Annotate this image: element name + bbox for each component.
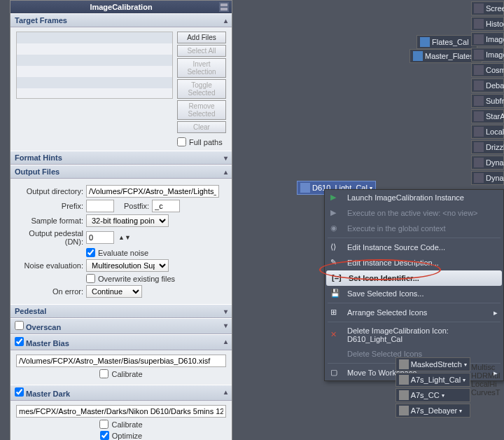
- process-list-item[interactable]: LocalHi: [471, 380, 504, 388]
- grid-icon: ⊞: [330, 308, 340, 317]
- id-icon: [=]: [332, 273, 342, 283]
- play-icon: ▶: [330, 193, 340, 202]
- prefix-input[interactable]: [86, 200, 114, 212]
- menu-item[interactable]: 💾Save Selected Icons...: [325, 286, 503, 301]
- ws-icon: ▢: [330, 368, 340, 378]
- sample-format-select[interactable]: 32-bit floating point: [86, 214, 169, 227]
- master-bias-checkbox[interactable]: [15, 337, 24, 346]
- process-list-item[interactable]: ImageInt: [471, 48, 504, 62]
- section-master-dark[interactable]: Master Dark▴: [10, 385, 232, 401]
- context-menu: ▶Launch ImageCalibration Instance▶Execut…: [324, 189, 504, 381]
- process-icon-item[interactable]: A7s_Debayer▾: [396, 404, 470, 418]
- bias-calibrate-checkbox[interactable]: [99, 369, 108, 378]
- process-icon-item[interactable]: A7s_Light_Cal▾: [396, 373, 470, 387]
- add-files-button[interactable]: Add Files: [177, 32, 226, 43]
- svg-rect-1: [220, 8, 227, 11]
- process-icon: [474, 4, 484, 13]
- exec-icon: ▶: [330, 208, 340, 218]
- process-icon: [474, 173, 484, 183]
- process-list-item[interactable]: StarAlign: [471, 109, 504, 123]
- output-directory-input[interactable]: [86, 185, 219, 198]
- process-list-item[interactable]: Multisc: [471, 363, 504, 371]
- process-icon-item[interactable]: A7s_CC▾: [396, 388, 470, 402]
- process-icon: [474, 127, 484, 137]
- overscan-checkbox[interactable]: [15, 321, 24, 330]
- process-list-item[interactable]: Dynami: [471, 171, 504, 185]
- section-output-files[interactable]: Output Files▴: [10, 165, 232, 179]
- postfix-input[interactable]: [152, 200, 180, 212]
- svg-rect-0: [220, 4, 227, 6]
- menu-item[interactable]: ⟨⟩Edit Instance Source Code...: [325, 240, 503, 255]
- menu-item[interactable]: ▶Launch ImageCalibration Instance: [325, 190, 503, 205]
- section-target-frames[interactable]: Target Frames▴: [10, 13, 232, 27]
- process-icon: [474, 50, 484, 60]
- remove-selected-button[interactable]: Remove Selected: [177, 100, 226, 120]
- process-icon: [474, 81, 484, 90]
- toggle-selected-button[interactable]: Toggle Selected: [177, 79, 226, 99]
- master-dark-path[interactable]: [16, 405, 226, 418]
- process-icon: [474, 142, 484, 152]
- process-list-item[interactable]: Debayer: [471, 78, 504, 92]
- process-explorer-column: ScreenTrHistograImageCaImageIntCosmetDeb…: [471, 0, 504, 186]
- menu-item[interactable]: ✕Delete ImageCalibration Icon: D610_Ligh…: [325, 324, 503, 346]
- menu-item: ▶Execute on the active view: <no view>: [325, 205, 503, 221]
- process-list-item[interactable]: ScreenTr: [471, 1, 504, 15]
- process-icon-item[interactable]: MaskedStretch▾: [396, 357, 470, 371]
- menu-item: ◉Execute in the global context: [325, 221, 503, 236]
- process-icon: [474, 65, 484, 75]
- process-icon: [474, 158, 484, 167]
- blank-icon: [330, 349, 340, 359]
- section-pedestal[interactable]: Pedestal▾: [10, 304, 232, 318]
- overwrite-checkbox[interactable]: [86, 274, 95, 283]
- desc-icon: ✎: [330, 258, 340, 268]
- process-icon: [474, 19, 484, 29]
- process-list-item[interactable]: DrizzleI: [471, 140, 504, 154]
- process-list-item[interactable]: Cosmet: [471, 63, 504, 77]
- menu-item[interactable]: ✎Edit Instance Description...: [325, 255, 503, 270]
- dark-calibrate-checkbox[interactable]: [99, 420, 108, 429]
- image-calibration-dialog: ImageCalibration Target Frames▴ Add File…: [10, 0, 232, 440]
- menu-item[interactable]: ⊞Arrange Selected Icons: [325, 305, 503, 320]
- menu-item[interactable]: [=]Set Icon Identifier...: [326, 270, 502, 286]
- titlebar[interactable]: ImageCalibration: [10, 1, 232, 13]
- target-frames-list[interactable]: [16, 32, 173, 99]
- process-list-item[interactable]: ImageCa: [471, 32, 504, 46]
- output-pedestal-input[interactable]: [86, 231, 114, 244]
- master-dark-checkbox[interactable]: [15, 387, 24, 397]
- process-icon: [474, 111, 484, 121]
- process-list-item[interactable]: Histogra: [471, 17, 504, 31]
- collapse-icon: ▴: [224, 17, 227, 25]
- on-error-select[interactable]: Continue: [86, 285, 142, 298]
- section-format-hints[interactable]: Format Hints▾: [10, 151, 232, 165]
- process-icon-glyph: [300, 183, 310, 193]
- master-bias-path[interactable]: [16, 355, 226, 367]
- evaluate-noise-checkbox[interactable]: [86, 248, 95, 257]
- invert-selection-button[interactable]: Invert Selection: [177, 58, 226, 78]
- noise-evaluation-select[interactable]: Multiresolution Support: [86, 259, 169, 272]
- process-list-item[interactable]: LocalNor: [471, 125, 504, 139]
- dark-optimize-checkbox[interactable]: [100, 431, 109, 440]
- full-paths-checkbox[interactable]: [177, 137, 186, 146]
- select-all-button[interactable]: Select All: [177, 45, 226, 57]
- titlebar-shade-icon[interactable]: [219, 2, 229, 12]
- section-master-bias[interactable]: Master Bias▴: [10, 334, 232, 350]
- process-icon-flates-cal[interactable]: Flates_Cal▾: [416, 35, 477, 49]
- x-icon: ✕: [330, 330, 340, 340]
- process-list-item[interactable]: Subfram: [471, 94, 504, 108]
- window-title: ImageCalibration: [90, 3, 152, 11]
- section-overscan[interactable]: Overscan▾: [10, 318, 232, 334]
- process-list-item[interactable]: Dynami: [471, 156, 504, 170]
- globe-icon: ◉: [330, 224, 340, 233]
- save-icon: 💾: [330, 289, 340, 298]
- process-icon: [474, 34, 484, 44]
- clear-button[interactable]: Clear: [177, 121, 226, 133]
- process-icon: [474, 96, 484, 106]
- process-list-item[interactable]: CurvesT: [471, 388, 504, 397]
- process-list-item[interactable]: HDRMul: [471, 371, 504, 380]
- code-icon: ⟨⟩: [330, 242, 340, 252]
